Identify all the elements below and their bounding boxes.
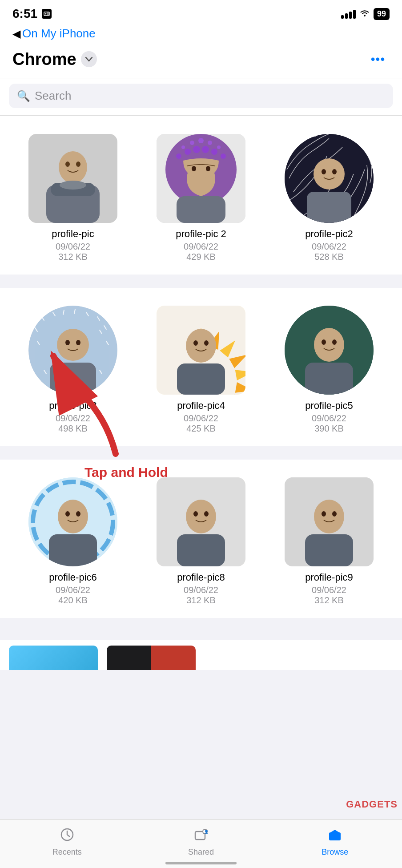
svg-point-7 [59, 151, 87, 183]
svg-point-90 [314, 500, 344, 533]
svg-point-53 [57, 329, 89, 361]
search-icon: 🔍 [17, 90, 30, 102]
tab-bar-spacer [0, 670, 402, 728]
more-options-button[interactable]: ••• [366, 48, 390, 71]
svg-rect-35 [307, 192, 351, 223]
svg-point-17 [190, 141, 194, 145]
svg-point-22 [185, 149, 191, 155]
file-name-pp1: profile-pic [52, 228, 94, 240]
row-spacer-3 [0, 618, 402, 640]
file-size-pp1: 312 KB [58, 252, 88, 262]
tab-browse-label: Browse [322, 848, 348, 857]
page-title: Chrome [12, 50, 76, 69]
file-size-pp8: 312 KB [186, 595, 216, 606]
file-item-profile-pic4[interactable]: profile-pic4 09/06/22 425 KB [137, 299, 265, 446]
svg-point-25 [211, 149, 217, 155]
svg-point-91 [322, 511, 326, 517]
tab-shared[interactable]: 👤 Shared [134, 824, 268, 857]
file-item-profile-pic2b[interactable]: profile-pic2 09/06/22 528 KB [265, 127, 393, 275]
file-size-pp3: 528 KB [314, 252, 344, 262]
home-indicator [165, 862, 237, 864]
svg-point-54 [65, 340, 70, 345]
signal-bar-4 [353, 10, 356, 19]
svg-rect-83 [49, 534, 97, 566]
signal-bar-1 [341, 15, 344, 19]
signal-bar-2 [345, 13, 348, 19]
svg-point-81 [65, 511, 70, 517]
file-size-pp2: 429 KB [186, 252, 216, 262]
tab-browse[interactable]: Browse [268, 824, 402, 857]
svg-point-8 [65, 161, 70, 167]
file-date-pp5: 09/06/22 [312, 413, 346, 424]
back-arrow-icon[interactable]: ◀ [12, 28, 20, 40]
file-item-profile-pic9[interactable]: profile-pic9 09/06/22 312 KB [265, 470, 393, 618]
svg-rect-76 [305, 363, 353, 395]
file-item-profile-pic3[interactable]: profile-pic3 09/06/22 498 KB [9, 299, 137, 446]
signal-bar-3 [349, 12, 352, 19]
search-bar[interactable]: 🔍 Search [9, 84, 393, 108]
partial-thumb-right [107, 646, 196, 670]
tab-bar: Recents 👤 Shared Browse [0, 819, 402, 868]
file-item-profile-pic6[interactable]: profile-pic6 09/06/22 420 KB [9, 470, 137, 618]
id-icon [42, 9, 52, 19]
file-item-profile-pic[interactable]: profile-pic 09/06/22 312 KB [9, 127, 137, 275]
tab-recents[interactable]: Recents [0, 824, 134, 857]
chevron-down-button[interactable] [81, 51, 97, 67]
file-name-pp5: profile-pic5 [305, 400, 353, 412]
back-nav-text[interactable]: On My iPhone [22, 27, 96, 40]
browse-icon [327, 827, 342, 846]
svg-rect-99 [329, 832, 341, 840]
file-thumbnail-pp5 [285, 306, 374, 395]
svg-point-26 [221, 153, 226, 159]
search-container: 🔍 Search [0, 78, 402, 115]
file-size-pp5: 390 KB [314, 424, 344, 434]
file-date-pp8: 09/06/22 [184, 585, 218, 595]
file-item-profile-pic5[interactable]: profile-pic5 09/06/22 390 KB [265, 299, 393, 446]
file-name-pp4: profile-pic4 [177, 400, 225, 412]
svg-point-21 [176, 153, 181, 159]
svg-point-1 [45, 13, 47, 15]
files-grid-row3: profile-pic6 09/06/22 420 KB profile-pic… [0, 460, 402, 618]
file-date-pp1: 09/06/22 [56, 242, 90, 252]
shared-icon: 👤 [193, 827, 209, 846]
svg-point-74 [322, 339, 326, 345]
file-name-pp9: profile-pic9 [305, 572, 353, 583]
svg-rect-71 [177, 363, 225, 395]
svg-point-68 [186, 329, 216, 363]
status-bar: 6:51 99 [0, 0, 402, 25]
svg-point-20 [217, 145, 221, 149]
svg-point-55 [76, 340, 80, 345]
file-date-pp3: 09/06/22 [312, 242, 346, 252]
file-date-pp3b: 09/06/22 [56, 413, 90, 424]
battery-indicator: 99 [374, 8, 390, 20]
svg-point-80 [58, 500, 88, 533]
svg-point-16 [181, 145, 185, 149]
status-icons: 99 [341, 8, 390, 20]
watermark: GADGETS [346, 799, 398, 810]
svg-text:👤: 👤 [204, 829, 209, 834]
svg-point-12 [60, 181, 86, 190]
svg-point-87 [204, 511, 209, 517]
file-date-pp2: 09/06/22 [184, 242, 218, 252]
svg-point-32 [314, 158, 345, 190]
file-thumbnail-pp1 [28, 134, 117, 223]
svg-rect-28 [177, 196, 225, 223]
svg-rect-88 [177, 534, 225, 566]
svg-rect-56 [50, 363, 96, 395]
svg-point-9 [76, 161, 80, 167]
file-thumbnail-pp3b [28, 306, 117, 395]
file-item-profile-pic2[interactable]: profile-pic 2 09/06/22 429 KB [137, 127, 265, 275]
files-grid-row1: profile-pic 09/06/22 312 KB [0, 116, 402, 275]
tab-recents-label: Recents [52, 848, 82, 857]
file-thumbnail-pp4 [157, 306, 245, 395]
file-item-profile-pic8[interactable]: profile-pic8 09/06/22 312 KB [137, 470, 265, 618]
svg-point-29 [192, 166, 196, 171]
svg-point-69 [193, 340, 198, 346]
recents-icon [60, 827, 75, 846]
svg-point-70 [204, 340, 209, 346]
files-grid-row2: profile-pic3 09/06/22 498 KB [0, 288, 402, 446]
page-header: Chrome ••• [0, 44, 402, 78]
file-thumbnail-pp9 [285, 477, 374, 566]
file-size-pp4: 425 KB [186, 424, 216, 434]
svg-point-86 [193, 511, 198, 517]
